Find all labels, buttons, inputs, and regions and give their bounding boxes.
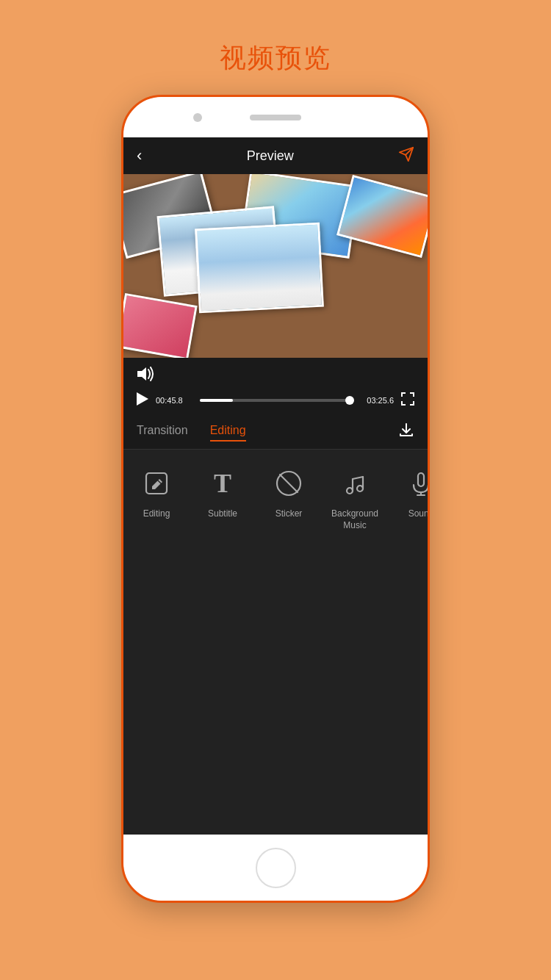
play-button[interactable] xyxy=(137,392,148,408)
home-button[interactable] xyxy=(256,848,296,888)
sound-icon xyxy=(402,464,428,502)
tab-editing[interactable]: Editing xyxy=(210,424,246,440)
tool-background-music-label: BackgroundMusic xyxy=(331,508,378,531)
tools-area: Editing T Subtitle Sti xyxy=(123,450,428,835)
tool-sound-label: Sound xyxy=(408,508,428,520)
page-title: 视频预览 xyxy=(220,40,331,76)
svg-point-10 xyxy=(357,486,363,491)
sticker-icon xyxy=(270,464,308,502)
phone-top-bar xyxy=(123,97,428,137)
svg-marker-2 xyxy=(137,367,146,381)
svg-marker-3 xyxy=(137,392,148,406)
app-screen: ‹ Preview xyxy=(123,137,428,835)
editing-icon xyxy=(137,464,176,502)
video-preview xyxy=(123,174,428,358)
nav-bar: ‹ Preview xyxy=(123,137,428,174)
tab-transition[interactable]: Transition xyxy=(137,424,188,440)
tool-sticker-label: Sticker xyxy=(276,508,303,520)
current-time: 00:45.8 xyxy=(156,396,192,405)
tool-subtitle[interactable]: T Subtitle xyxy=(190,464,256,520)
svg-rect-14 xyxy=(418,473,424,486)
photo-item-5 xyxy=(123,293,198,358)
share-button[interactable] xyxy=(398,146,414,166)
svg-point-9 xyxy=(347,488,353,494)
total-time: 03:25.6 xyxy=(357,396,394,405)
tool-editing-label: Editing xyxy=(143,508,170,520)
download-button[interactable] xyxy=(398,422,414,442)
progress-bar[interactable] xyxy=(200,399,350,402)
phone-bottom-bar xyxy=(123,835,428,901)
music-icon xyxy=(336,464,374,502)
tool-sound[interactable]: Sound xyxy=(388,464,428,520)
back-button[interactable]: ‹ xyxy=(137,146,142,165)
progress-fill xyxy=(200,399,233,402)
phone-camera xyxy=(193,113,202,122)
controls-area: 00:45.8 03:25.6 xyxy=(123,358,428,414)
volume-icon[interactable] xyxy=(137,367,156,385)
phone-speaker xyxy=(250,115,301,120)
svg-line-13 xyxy=(353,477,363,479)
subtitle-icon: T xyxy=(204,464,242,502)
fullscreen-button[interactable] xyxy=(401,392,414,408)
tab-bar: Transition Editing xyxy=(123,414,428,450)
phone-frame: ‹ Preview xyxy=(121,95,430,903)
tool-background-music[interactable]: BackgroundMusic xyxy=(322,464,388,531)
tool-editing[interactable]: Editing xyxy=(123,464,190,520)
progress-thumb xyxy=(345,396,354,405)
volume-row xyxy=(137,367,414,385)
svg-text:T: T xyxy=(214,470,231,497)
tool-subtitle-label: Subtitle xyxy=(208,508,237,520)
photo-wedding xyxy=(195,223,324,314)
svg-line-8 xyxy=(280,475,298,492)
timeline-row: 00:45.8 03:25.6 xyxy=(137,392,414,408)
tool-sticker[interactable]: Sticker xyxy=(256,464,322,520)
nav-title: Preview xyxy=(247,148,294,164)
photo-collage xyxy=(123,174,428,358)
